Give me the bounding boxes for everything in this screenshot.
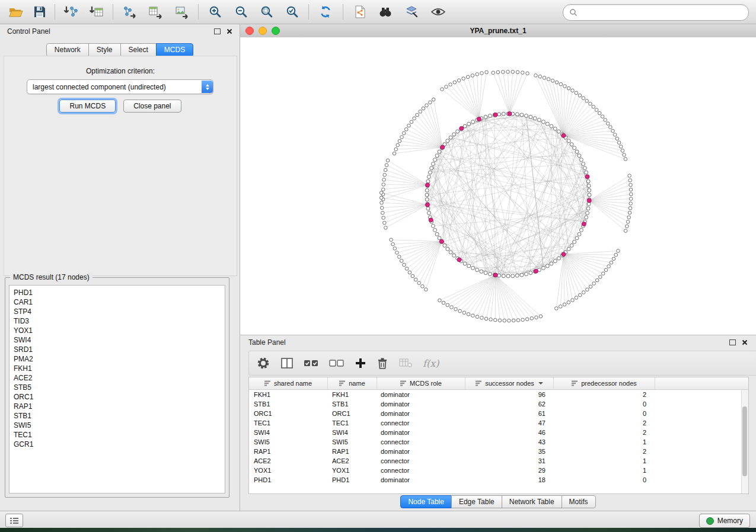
mcds-result-item[interactable]: TID3 xyxy=(9,316,225,326)
export-table-button[interactable] xyxy=(145,2,167,21)
table-panel-tabs: Node Table Edge Table Network Table Moti… xyxy=(240,495,756,508)
chevron-down-icon[interactable] xyxy=(538,382,543,384)
open-file-button[interactable] xyxy=(5,2,27,21)
export-network-icon xyxy=(122,5,138,19)
mcds-result-item[interactable]: STB1 xyxy=(9,411,225,421)
toolbar-separator xyxy=(343,4,343,20)
tab-select[interactable]: Select xyxy=(120,43,157,57)
export-network-button[interactable] xyxy=(119,2,141,21)
mcds-result-item[interactable]: PMA2 xyxy=(9,354,225,364)
mcds-result-item[interactable]: YOX1 xyxy=(9,326,225,335)
mcds-result-item[interactable]: GCR1 xyxy=(9,440,225,449)
dropdown-stepper-icon[interactable] xyxy=(202,81,213,93)
zoom-fit-button[interactable] xyxy=(256,2,278,21)
mcds-result-item[interactable]: SWI5 xyxy=(9,421,225,430)
tab-node-table[interactable]: Node Table xyxy=(400,495,452,508)
zoom-out-button[interactable] xyxy=(230,2,253,21)
mcds-result-item[interactable]: ORC1 xyxy=(9,392,225,402)
table-row[interactable]: SWI4SWI4dominator462 xyxy=(249,428,748,437)
sort-icon xyxy=(476,380,482,386)
show-hide-graphics-button[interactable] xyxy=(427,2,449,21)
mcds-result-item[interactable]: ACE2 xyxy=(9,373,225,383)
select-all-button[interactable] xyxy=(304,358,319,368)
mcds-result-item[interactable]: CAR1 xyxy=(9,297,225,307)
tab-network[interactable]: Network xyxy=(46,43,89,57)
table-cell: 47 xyxy=(464,418,551,428)
float-panel-icon[interactable] xyxy=(729,339,736,345)
table-cell: ACE2 xyxy=(249,456,327,466)
filter-edit-button[interactable] xyxy=(401,2,423,21)
column-header-mcds-role[interactable]: MCDS role xyxy=(377,377,465,389)
table-row[interactable]: TEC1TEC1connector472 xyxy=(249,418,748,428)
mcds-result-item[interactable]: STP4 xyxy=(9,307,225,316)
deselect-all-button[interactable] xyxy=(329,358,344,368)
table-row[interactable]: FKH1FKH1dominator962 xyxy=(249,390,748,399)
tab-style[interactable]: Style xyxy=(88,43,121,57)
table-row[interactable]: ACE2ACE2connector311 xyxy=(249,456,748,466)
delete-row-button[interactable] xyxy=(377,357,388,370)
table-row[interactable]: ORC1ORC1dominator610 xyxy=(249,409,748,418)
table-row[interactable]: STB1STB1dominator620 xyxy=(249,399,748,409)
tab-edge-table[interactable]: Edge Table xyxy=(451,495,502,508)
sort-icon xyxy=(339,380,346,386)
mcds-result-list[interactable]: PHD1CAR1STP4TID3YOX1SWI4SRD1PMA2FKH1ACE2… xyxy=(9,285,225,493)
zoom-in-button[interactable] xyxy=(204,2,227,21)
close-panel-icon[interactable] xyxy=(227,28,232,34)
table-row[interactable]: RAP1RAP1dominator352 xyxy=(249,447,748,456)
close-panel-button[interactable]: Close panel xyxy=(123,100,181,113)
add-row-button[interactable] xyxy=(355,357,366,369)
memory-button[interactable]: Memory xyxy=(699,514,750,528)
table-settings-button[interactable] xyxy=(256,356,270,370)
export-image-button[interactable] xyxy=(171,2,193,21)
column-header-name[interactable]: name xyxy=(328,377,377,389)
share-network-document-button[interactable] xyxy=(349,2,371,21)
mcds-result-item[interactable]: STB5 xyxy=(9,383,225,392)
table-row[interactable]: YOX1YOX1connector291 xyxy=(249,466,748,475)
column-header-label: name xyxy=(349,380,365,387)
table-scrollbar[interactable] xyxy=(741,390,748,493)
table-panel: Table Panel xyxy=(240,335,756,511)
zoom-selected-button[interactable] xyxy=(281,2,304,21)
mcds-result-item[interactable]: PHD1 xyxy=(9,288,225,297)
column-header-shared-name[interactable]: shared name xyxy=(249,377,328,389)
run-mcds-button[interactable]: Run MCDS xyxy=(59,100,116,113)
show-columns-button[interactable] xyxy=(280,357,294,369)
export-table-icon xyxy=(148,5,164,19)
mcds-result-item[interactable]: FKH1 xyxy=(9,364,225,373)
table-cell: dominator xyxy=(376,475,464,485)
import-table-button[interactable] xyxy=(85,2,108,21)
network-window-titlebar[interactable]: YPA_prune.txt_1 xyxy=(240,24,756,38)
fx-icon: f(x) xyxy=(423,358,439,369)
mcds-result-item[interactable]: RAP1 xyxy=(9,402,225,411)
mcds-result-item[interactable]: SWI4 xyxy=(9,335,225,345)
search-network-button[interactable] xyxy=(374,2,397,21)
show-panels-button[interactable] xyxy=(5,514,23,527)
column-header-successor-nodes[interactable]: successor nodes xyxy=(465,377,554,389)
global-search[interactable] xyxy=(563,4,749,21)
table-cell: 46 xyxy=(464,428,551,437)
close-panel-icon[interactable] xyxy=(742,339,748,345)
table-row[interactable]: PHD1PHD1dominator180 xyxy=(249,475,748,485)
search-icon xyxy=(569,8,578,17)
tab-motifs[interactable]: Motifs xyxy=(562,495,596,508)
zoom-in-icon xyxy=(208,5,222,19)
table-row[interactable]: SWI5SWI5connector431 xyxy=(249,437,748,447)
network-canvas[interactable] xyxy=(240,37,756,335)
search-input[interactable] xyxy=(581,8,742,17)
clear-table-button[interactable] xyxy=(398,357,413,369)
table-cell: connector xyxy=(376,466,464,475)
mcds-result-item[interactable]: SRD1 xyxy=(9,345,225,354)
column-header-predecessor-nodes[interactable]: predecessor nodes xyxy=(554,377,655,389)
import-network-button[interactable] xyxy=(59,2,82,21)
tab-network-table[interactable]: Network Table xyxy=(502,495,562,508)
mcds-result-item[interactable]: TEC1 xyxy=(9,430,225,440)
network-graph[interactable] xyxy=(240,37,756,335)
refresh-button[interactable] xyxy=(314,2,337,21)
save-session-button[interactable] xyxy=(28,2,51,21)
optimization-criterion-dropdown[interactable]: largest connected component (undirected) xyxy=(27,79,213,94)
function-builder-button[interactable]: f(x) xyxy=(423,358,439,369)
tab-mcds[interactable]: MCDS xyxy=(156,43,193,57)
list-icon xyxy=(9,517,19,524)
scrollbar-thumb[interactable] xyxy=(742,406,747,476)
float-panel-icon[interactable] xyxy=(214,28,221,34)
